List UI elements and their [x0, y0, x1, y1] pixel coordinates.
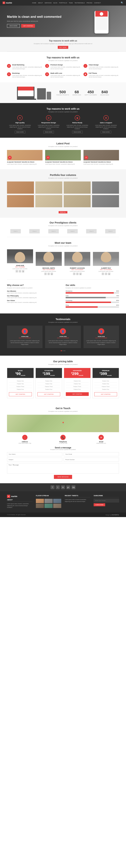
- pricing-card-advanced: Advanced $299/month Feature One Feature …: [64, 368, 91, 398]
- footer-thumb-6[interactable]: [53, 504, 61, 508]
- laptop-base: [17, 99, 36, 100]
- brand-logo[interactable]: m marble: [3, 2, 12, 4]
- client-logo-2: Client 2: [29, 229, 40, 234]
- footer-main: m marble About Lorem ipsum dolor sit ame…: [0, 491, 126, 513]
- portfolio-item-2[interactable]: [35, 182, 62, 194]
- portfolio-item-5[interactable]: [7, 195, 34, 207]
- portfolio-item-4[interactable]: [92, 182, 119, 194]
- pricing-btn-basic[interactable]: GET STARTED: [9, 392, 32, 396]
- quality-icon: ★: [17, 115, 23, 121]
- testimonial-card-2: 👤 JOHN DOE CEO / CO-FOUNDER Lorem ipsum …: [45, 326, 81, 348]
- contact-subject-input[interactable]: [7, 458, 62, 462]
- stat-customers: 450 Happy Customers: [84, 90, 97, 96]
- footer-thumb-3[interactable]: [53, 499, 61, 503]
- contact-message-input[interactable]: [7, 463, 119, 473]
- footer-thumb-2[interactable]: [45, 499, 52, 503]
- feature-full-text: Full Theme Lorem ipsum dolor sit amet, c…: [89, 72, 119, 78]
- team-social-tw-1[interactable]: t: [19, 270, 21, 273]
- nav-team[interactable]: Team: [69, 2, 73, 4]
- dark-reasons-section: Top reasons to work with us Excepteur si…: [0, 103, 126, 137]
- nav-about[interactable]: About: [38, 2, 43, 4]
- testimonial-dot-3[interactable]: [64, 350, 65, 351]
- nav-services[interactable]: Services: [45, 2, 52, 4]
- pricing-btn-standard[interactable]: GET STARTED: [37, 392, 60, 396]
- footer-thumb-5[interactable]: [45, 504, 52, 508]
- newsletter-input[interactable]: [94, 499, 119, 502]
- testimonial-dot-1[interactable]: [61, 350, 62, 351]
- portfolio-item-7[interactable]: [64, 195, 91, 207]
- responsive-read-more-button[interactable]: READ MORE: [43, 131, 54, 133]
- nav-blog[interactable]: Blog: [53, 2, 57, 4]
- team-social-fb-3[interactable]: f: [73, 273, 75, 275]
- team-member-2: MICHAEL SMITH CEO / CO-FOUNDER Lorem ips…: [36, 249, 62, 275]
- social-googleplus-icon[interactable]: g+: [66, 485, 70, 489]
- team-social-gp-1[interactable]: g: [22, 270, 24, 273]
- feature-full-title: Full Theme: [89, 72, 119, 74]
- feature-email-title: Email Marketing: [12, 64, 43, 66]
- team-social-tw-2[interactable]: t: [47, 273, 50, 275]
- search-icon[interactable]: 🔍: [121, 2, 123, 4]
- pricing-btn-premium[interactable]: GET STARTED: [94, 392, 117, 396]
- portfolio-item-8[interactable]: [92, 195, 119, 207]
- social-facebook-icon[interactable]: f: [51, 485, 54, 489]
- contact-submit-button[interactable]: SEND MESSAGE: [54, 475, 72, 479]
- feature-premium-title: Premium Design: [50, 64, 81, 66]
- portfolio-read-all-button[interactable]: READ ALL: [59, 211, 67, 213]
- portfolio-item-1[interactable]: [7, 182, 34, 194]
- contact-name-input[interactable]: [7, 452, 62, 456]
- pricing-btn-advanced[interactable]: GET STARTED: [66, 392, 89, 396]
- pricing-feature-premium-1: Feature One: [94, 380, 117, 382]
- footer-thumb-1[interactable]: [36, 499, 44, 503]
- contact-email-input[interactable]: [64, 452, 119, 456]
- pricing-subtitle: Excepteur sint occaecat cupidatat non pr…: [7, 364, 119, 365]
- team-social-fb-2[interactable]: f: [44, 273, 47, 275]
- footer-credit-brand: JoomlaFox: [111, 514, 119, 516]
- quality-read-more-button[interactable]: READ MORE: [15, 131, 25, 133]
- social-rss-icon[interactable]: rss: [72, 485, 75, 489]
- portfolio-overlay-4: [92, 182, 119, 194]
- email-icon: ✉: [99, 435, 104, 440]
- team-social-fb-4[interactable]: f: [102, 273, 104, 275]
- contact-address: 📍 Address 1234 Street Name, City: [7, 435, 43, 444]
- hero-more-button[interactable]: VIEW MORE: [7, 24, 20, 28]
- dark-feature-retina: ◉ Retina Ready Lorem ipsum dolor sit ame…: [65, 115, 91, 133]
- stat-designs: 840 Design Ideas: [100, 90, 109, 96]
- feature-clean-title: Clean Design: [89, 64, 119, 66]
- retina-read-more-button[interactable]: READ MORE: [72, 131, 83, 133]
- team-social-gp-3[interactable]: g: [79, 273, 82, 275]
- feature-premium-desc: Lorem ipsum dolor sit amet, consectetur …: [50, 66, 81, 70]
- buy-now-button[interactable]: BUY NOW!: [58, 46, 68, 49]
- dark-reasons-title: Top reasons to work with us: [7, 107, 119, 110]
- pricing-header-basic: Basic $99/month: [7, 368, 33, 378]
- social-linkedin-icon[interactable]: in: [61, 485, 65, 489]
- footer-thumb-4[interactable]: [36, 504, 44, 508]
- dark-feature-responsive-title: Responsive Design: [36, 122, 62, 124]
- contact-phone-input[interactable]: [64, 458, 119, 462]
- clean-design-icon: ✓: [83, 64, 87, 68]
- team-social-tw-4[interactable]: t: [105, 273, 107, 275]
- team-desc-3: Lorem ipsum dolor sit amet.: [65, 271, 91, 272]
- love-icon: ♥: [45, 72, 49, 76]
- team-role-1: CEO / FOUNDER: [7, 267, 33, 268]
- stat-projects-number: 500: [56, 90, 69, 94]
- nav-home[interactable]: Home: [32, 2, 36, 4]
- newsletter-subscribe-button[interactable]: SUBSCRIBE: [94, 503, 105, 506]
- footer-tweets-col: Recent Tweets Lorem ipsum dolor sit amet…: [65, 495, 90, 509]
- full-theme-icon: ◆: [83, 72, 87, 76]
- portfolio-item-3[interactable]: [64, 182, 91, 194]
- portfolio-item-6[interactable]: [35, 195, 62, 207]
- nav-portfolio[interactable]: Portfolio: [59, 2, 67, 4]
- why-item-vision-text: Lorem ipsum dolor sit amet, consectetur …: [7, 302, 60, 303]
- team-social-gp-4[interactable]: g: [108, 273, 110, 275]
- nav-testimonials[interactable]: Testimonials: [75, 2, 85, 4]
- testimonial-dot-2[interactable]: [62, 350, 64, 351]
- hero-start-button[interactable]: GET STARTED: [21, 24, 35, 28]
- team-social-tw-3[interactable]: t: [76, 273, 79, 275]
- support-read-more-button[interactable]: READ MORE: [101, 131, 111, 133]
- team-social-gp-2[interactable]: g: [51, 273, 53, 275]
- nav-pricing[interactable]: Pricing: [86, 2, 92, 4]
- team-social-fb-1[interactable]: f: [16, 270, 18, 273]
- nav-contact[interactable]: Contact: [94, 2, 101, 4]
- footer-about-col: m marble About Lorem ipsum dolor sit ame…: [7, 495, 32, 509]
- social-twitter-icon[interactable]: t: [56, 485, 60, 489]
